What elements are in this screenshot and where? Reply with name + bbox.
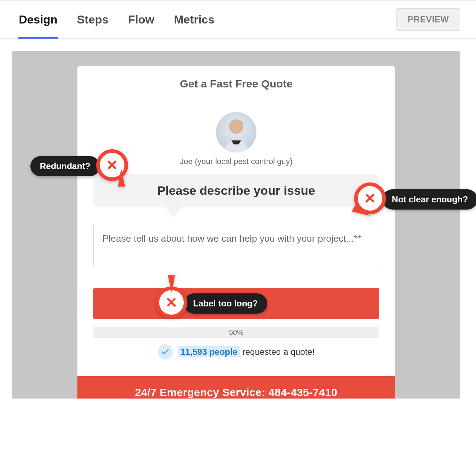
- callout-label: Redundant?: [30, 156, 100, 176]
- critique-marker-icon: ✕: [156, 288, 187, 319]
- editor-tabbar: Design Steps Flow Metrics PREVIEW: [0, 0, 476, 39]
- issue-textarea[interactable]: [93, 224, 379, 267]
- critique-marker-icon: ✕: [96, 151, 127, 182]
- design-canvas: Redundant? ✕ Not clear enough? ✕ ✕ Label…: [12, 51, 460, 399]
- tabs: Design Steps Flow Metrics: [19, 1, 214, 38]
- stats-count: 11,593 people: [178, 346, 240, 357]
- stats-suffix: requested a quote!: [242, 347, 315, 357]
- social-proof: 11,593 people requested a quote!: [93, 344, 379, 376]
- callout-label: Label too long?: [184, 293, 267, 314]
- tab-flow[interactable]: Flow: [128, 1, 154, 38]
- progress-bar: 50%: [93, 327, 379, 338]
- callout-redundant[interactable]: Redundant? ✕: [30, 151, 127, 182]
- callout-not-clear[interactable]: Not clear enough? ✕: [354, 184, 476, 215]
- emergency-banner: 24/7 Emergency Service: 484-435-7410: [77, 376, 395, 399]
- callout-label-too-long[interactable]: ✕ Label too long?: [156, 288, 267, 319]
- quote-widget: Get a Fast Free Quote Joe (your local pe…: [77, 66, 395, 399]
- widget-title: Get a Fast Free Quote: [93, 78, 379, 99]
- critique-marker-icon: ✕: [354, 184, 385, 215]
- rep-caption: Joe (your local pest control guy): [93, 157, 379, 166]
- preview-button[interactable]: PREVIEW: [396, 8, 460, 31]
- progress-label: 50%: [229, 328, 243, 337]
- callout-label: Not clear enough?: [382, 189, 476, 210]
- check-icon: [158, 344, 173, 360]
- tab-design[interactable]: Design: [19, 1, 58, 38]
- rep-avatar: [216, 112, 256, 152]
- tab-metrics[interactable]: Metrics: [174, 1, 214, 38]
- tab-steps[interactable]: Steps: [77, 1, 109, 38]
